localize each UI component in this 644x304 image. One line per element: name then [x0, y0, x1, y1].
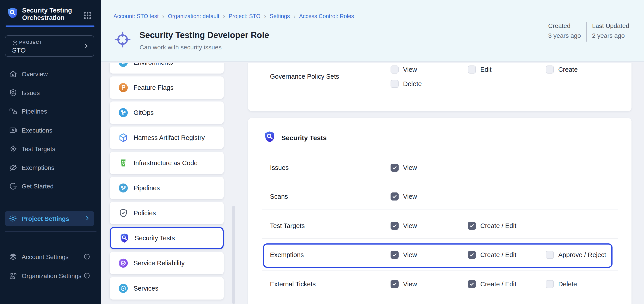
edit-checkbox[interactable] [468, 66, 476, 74]
brand-underline [6, 26, 94, 27]
sidebar-item-get-started[interactable]: Get Started [5, 179, 96, 193]
permission-option: View [390, 280, 417, 288]
home-icon [9, 70, 18, 78]
created-label: Created [548, 22, 581, 30]
breadcrumb: Account: STO test › Organization: defaul… [114, 13, 354, 20]
last-updated-value: 2 years ago [592, 32, 629, 39]
governance-policy-sets-card: Governance Policy Sets View Edit Create … [248, 63, 632, 111]
create-edit-checkbox[interactable] [468, 280, 476, 288]
view-checkbox[interactable] [390, 164, 398, 172]
issues-shield-icon [9, 89, 18, 97]
view-checkbox[interactable] [390, 66, 398, 74]
permission-option: Delete [390, 80, 422, 88]
breadcrumb-access-control-roles[interactable]: Access Control: Roles [299, 13, 354, 20]
sidebar-item-issues[interactable]: Issues [5, 86, 96, 100]
permission-row-label: Scans [270, 193, 288, 200]
chevron-right-icon [84, 215, 90, 221]
meta-divider [586, 22, 586, 42]
scrollbar-thumb[interactable] [232, 206, 235, 304]
org-chart-icon [9, 271, 18, 280]
security-tests-icon [120, 233, 129, 243]
permission-option: View [390, 251, 417, 259]
permission-option: View [390, 66, 417, 74]
target-icon [9, 145, 18, 153]
environments-icon [118, 63, 128, 67]
create-edit-checkbox[interactable] [468, 222, 476, 230]
sidebar-item-test-targets[interactable]: Test Targets [5, 142, 96, 156]
info-icon[interactable] [84, 272, 90, 279]
view-checkbox[interactable] [390, 222, 398, 230]
breadcrumb-organization[interactable]: Organization: default [168, 13, 220, 20]
gear-icon [9, 215, 17, 223]
view-checkbox[interactable] [390, 251, 398, 259]
eye-off-icon [9, 163, 18, 172]
module-card-services[interactable]: Services [110, 277, 224, 299]
breadcrumb-separator-icon: › [223, 14, 225, 19]
permission-row-label: Governance Policy Sets [270, 73, 339, 80]
permission-row-label: External Tickets [270, 280, 316, 288]
delete-checkbox[interactable] [390, 80, 398, 88]
infrastructure-as-code-icon [118, 158, 128, 168]
sidebar-divider [5, 206, 96, 206]
view-checkbox[interactable] [390, 192, 398, 200]
permission-option: View [390, 222, 417, 230]
create-edit-checkbox[interactable] [468, 251, 476, 259]
role-meta: Created 3 years ago Last Updated 2 years… [548, 22, 629, 42]
section-title: Security Tests [281, 134, 327, 142]
artifact-registry-icon [118, 133, 128, 143]
module-card-infrastructure-as-code[interactable]: Infrastructure as Code [110, 152, 224, 174]
sidebar-item-organization-settings[interactable]: Organization Settings [5, 269, 96, 283]
row-divider [262, 238, 618, 238]
permission-row-label: Exemptions [270, 251, 304, 259]
chevron-right-icon [83, 43, 89, 49]
breadcrumb-account[interactable]: Account: STO test [114, 13, 158, 20]
module-card-security-tests[interactable]: Security Tests [110, 227, 224, 249]
module-card-feature-flags[interactable]: Feature Flags [110, 77, 224, 99]
permission-option: Approve / Reject [546, 251, 606, 259]
approve-reject-checkbox[interactable] [546, 251, 554, 259]
sidebar-item-account-settings[interactable]: Account Settings [5, 250, 96, 264]
security-tests-card: Security Tests Issues View Scans View Te… [248, 118, 632, 304]
last-updated-label: Last Updated [592, 22, 629, 30]
row-divider [262, 209, 618, 209]
sidebar-item-project-settings[interactable]: Project Settings [5, 211, 94, 226]
permission-row-label: Test Targets [270, 222, 305, 230]
permission-option: Create [546, 66, 578, 74]
service-reliability-icon [118, 258, 128, 268]
project-selector[interactable]: PROJECT STO [5, 35, 94, 57]
role-crosshair-icon [114, 31, 131, 48]
project-cube-icon [12, 40, 18, 47]
permission-option: Delete [546, 280, 577, 288]
module-card-environments[interactable]: Environments [110, 63, 224, 74]
executions-play-icon [9, 126, 18, 135]
permission-option: Edit [468, 66, 492, 74]
sidebar-item-overview[interactable]: Overview [5, 67, 96, 81]
module-card-policies[interactable]: Policies [110, 202, 224, 224]
permission-option: Create / Edit [468, 280, 516, 288]
module-card-harness-artifact-registry[interactable]: Harness Artifact Registry [110, 127, 224, 149]
module-grid-icon[interactable] [83, 11, 92, 20]
view-checkbox[interactable] [390, 280, 398, 288]
sidebar-divider [5, 231, 96, 232]
sto-shield-logo-icon [7, 7, 18, 19]
feature-flags-icon [118, 83, 128, 93]
sidebar-item-executions[interactable]: Executions [5, 123, 96, 137]
permission-option: Create / Edit [468, 251, 516, 259]
module-card-gitops[interactable]: GitOps [110, 102, 224, 124]
panel-divider [236, 63, 236, 304]
create-checkbox[interactable] [546, 66, 554, 74]
module-card-service-reliability[interactable]: Service Reliability [110, 252, 224, 274]
pipelines-module-icon [118, 183, 128, 193]
sidebar-item-pipelines[interactable]: Pipelines [5, 104, 96, 118]
delete-checkbox[interactable] [546, 280, 554, 288]
get-started-icon [9, 182, 18, 190]
created-value: 3 years ago [548, 32, 581, 39]
project-name: STO [12, 47, 26, 54]
sidebar-item-exemptions[interactable]: Exemptions [5, 160, 96, 175]
services-icon [118, 283, 128, 293]
breadcrumb-project[interactable]: Project: STO [229, 13, 260, 20]
permissions-content: Environments Feature Flags GitOps Harnes… [102, 63, 644, 304]
breadcrumb-settings[interactable]: Settings [270, 13, 290, 20]
module-card-pipelines[interactable]: Pipelines [110, 177, 224, 199]
info-icon[interactable] [84, 253, 90, 260]
